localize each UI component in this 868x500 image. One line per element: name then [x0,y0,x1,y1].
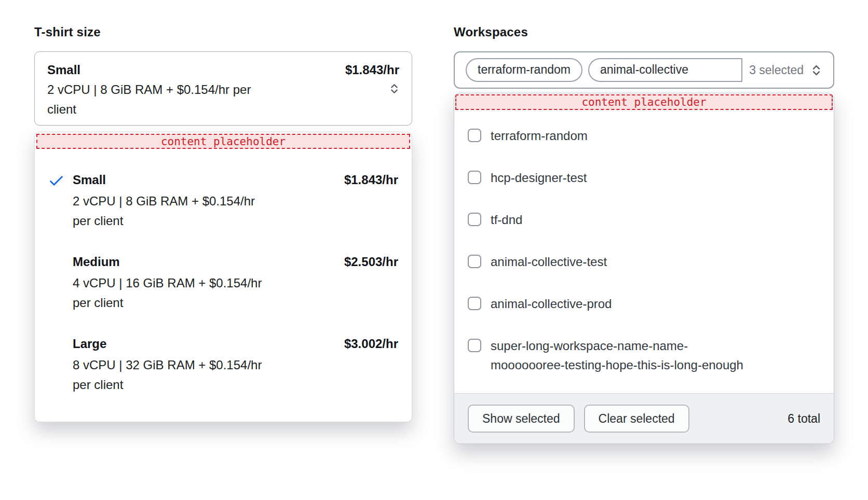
option-price: $1.843/hr [344,171,398,189]
workspaces-dropdown-panel: content placeholder terraform-random hcp… [454,93,834,444]
workspace-option-animal-collective-prod[interactable]: animal-collective-prod [454,283,834,325]
checkbox[interactable] [468,129,481,142]
check-spacer [48,253,73,313]
option-large[interactable]: Large $3.002/hr 8 vCPU | 32 GiB RAM + $0… [35,335,412,395]
selected-tag-animal-collective[interactable]: animal-collective [588,58,742,82]
content-placeholder-banner: content placeholder [455,94,833,110]
workspace-label: tf-dnd [491,210,522,229]
tshirt-size-title: T-shirt size [34,25,412,39]
workspaces-title: Workspaces [454,25,834,39]
multiselect-updown-chevron-icon [809,63,824,78]
selected-option-price: $1.843/hr [345,60,399,79]
workspace-option-animal-collective-test[interactable]: animal-collective-test [454,241,834,283]
check-icon [48,171,73,231]
tshirt-dropdown-panel: content placeholder Small $1.843/hr 2 vC… [34,132,412,422]
option-description: 2 vCPU | 8 GiB RAM + $0.154/hr per clien… [73,191,306,231]
workspace-label: terraform-random [491,126,588,145]
option-price: $2.503/hr [344,253,398,271]
check-spacer [48,335,73,395]
option-medium[interactable]: Medium $2.503/hr 4 vCPU | 16 GiB RAM + $… [35,253,412,313]
workspace-option-tf-dnd[interactable]: tf-dnd [454,199,834,241]
option-title: Medium [73,253,120,271]
workspaces-footer: Show selected Clear selected 6 total [454,393,834,443]
selected-option-description: 2 vCPU | 8 GiB RAM + $0.154/hr per clien… [47,80,317,119]
workspaces-section: Workspaces terraform-random animal-colle… [454,25,834,444]
checkbox[interactable] [468,255,481,268]
workspace-option-terraform-random[interactable]: terraform-random [454,115,834,157]
checkbox[interactable] [468,171,481,184]
option-small[interactable]: Small $1.843/hr 2 vCPU | 8 GiB RAM + $0.… [35,171,412,231]
tshirt-select-trigger[interactable]: Small $1.843/hr 2 vCPU | 8 GiB RAM + $0.… [34,51,412,126]
selected-tag-terraform-random[interactable]: terraform-random [466,58,582,82]
content-placeholder-banner: content placeholder [36,134,410,149]
selected-count: 3 selected [749,63,804,77]
workspace-label: animal-collective-test [491,252,607,271]
workspace-label: super-long-workspace-name-name- moooooor… [491,336,743,374]
option-description: 8 vCPU | 32 GiB RAM + $0.154/hr per clie… [73,355,306,395]
select-updown-chevron-icon [387,81,401,95]
tshirt-size-section: T-shirt size Small $1.843/hr 2 vCPU | 8 … [34,25,412,422]
clear-selected-button[interactable]: Clear selected [584,405,689,433]
workspace-option-super-long-workspace[interactable]: super-long-workspace-name-name- moooooor… [454,325,834,386]
option-title: Small [73,171,106,189]
checkbox[interactable] [468,339,481,352]
option-title: Large [73,335,106,353]
show-selected-button[interactable]: Show selected [468,405,575,433]
option-price: $3.002/hr [344,335,398,353]
workspace-label: animal-collective-prod [491,294,612,313]
selected-option-title: Small [47,60,80,79]
workspace-option-hcp-designer-test[interactable]: hcp-designer-test [454,157,834,199]
total-count: 6 total [788,412,820,426]
workspaces-multiselect-trigger[interactable]: terraform-random animal-collective 3 sel… [454,51,834,89]
checkbox[interactable] [468,213,481,226]
workspace-options-list: terraform-random hcp-designer-test tf-dn… [454,111,834,393]
checkbox[interactable] [468,297,481,310]
workspace-label: hcp-designer-test [491,168,587,187]
option-description: 4 vCPU | 16 GiB RAM + $0.154/hr per clie… [73,273,306,313]
